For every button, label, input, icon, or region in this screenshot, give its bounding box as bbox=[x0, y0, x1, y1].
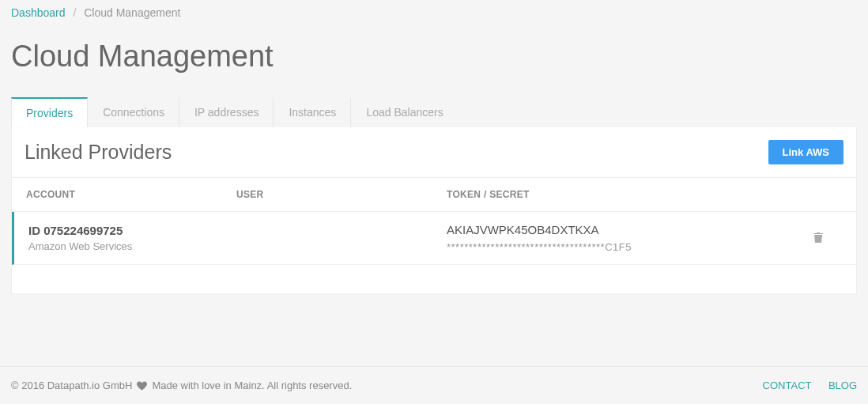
account-id: ID 075224699725 bbox=[28, 224, 236, 237]
panel-header: Linked Providers Link AWS bbox=[12, 127, 856, 177]
table-row: ID 075224699725 Amazon Web Services AKIA… bbox=[12, 212, 856, 265]
table-header: ACCOUNT USER TOKEN / SECRET bbox=[12, 177, 856, 212]
footer-link-blog[interactable]: BLOG bbox=[828, 379, 857, 391]
secret-value: ************************************C1F5 bbox=[447, 241, 794, 253]
heart-icon bbox=[137, 381, 147, 391]
footer-copyright: © 2016 Datapath.io GmbH Made with love i… bbox=[11, 379, 352, 391]
breadcrumb: Dashboard / Cloud Management bbox=[0, 0, 868, 28]
cell-token: AKIAJVWPK45OB4DXTKXA *******************… bbox=[447, 223, 794, 253]
cell-account: ID 075224699725 Amazon Web Services bbox=[28, 224, 236, 252]
breadcrumb-current: Cloud Management bbox=[84, 6, 180, 19]
cell-actions bbox=[794, 231, 842, 246]
footer-link-contact[interactable]: CONTACT bbox=[763, 379, 812, 391]
tabs: Providers Connections IP addresses Insta… bbox=[0, 97, 868, 127]
breadcrumb-separator: / bbox=[73, 6, 76, 19]
panel-providers: Linked Providers Link AWS ACCOUNT USER T… bbox=[11, 127, 857, 294]
tab-ip-addresses[interactable]: IP addresses bbox=[179, 97, 274, 127]
panel-title: Linked Providers bbox=[25, 141, 172, 164]
breadcrumb-dashboard-link[interactable]: Dashboard bbox=[11, 6, 66, 19]
footer-copyright-suffix: Made with love in Mainz. All rights rese… bbox=[152, 379, 352, 391]
column-header-account: ACCOUNT bbox=[26, 189, 236, 200]
tab-connections[interactable]: Connections bbox=[88, 97, 179, 127]
tab-load-balancers[interactable]: Load Balancers bbox=[351, 97, 457, 127]
footer-links: CONTACT BLOG bbox=[749, 379, 857, 391]
trash-icon[interactable] bbox=[813, 233, 824, 246]
column-header-token: TOKEN / SECRET bbox=[447, 189, 794, 200]
footer-copyright-prefix: © 2016 Datapath.io GmbH bbox=[11, 379, 132, 391]
tab-providers[interactable]: Providers bbox=[11, 97, 88, 127]
token-value: AKIAJVWPK45OB4DXTKXA bbox=[447, 223, 794, 236]
page-title: Cloud Management bbox=[0, 28, 868, 97]
tab-instances[interactable]: Instances bbox=[274, 97, 351, 127]
footer: © 2016 Datapath.io GmbH Made with love i… bbox=[0, 366, 868, 404]
column-header-actions bbox=[794, 189, 842, 200]
account-name: Amazon Web Services bbox=[28, 240, 236, 252]
link-aws-button[interactable]: Link AWS bbox=[768, 140, 843, 164]
column-header-user: USER bbox=[236, 189, 447, 200]
